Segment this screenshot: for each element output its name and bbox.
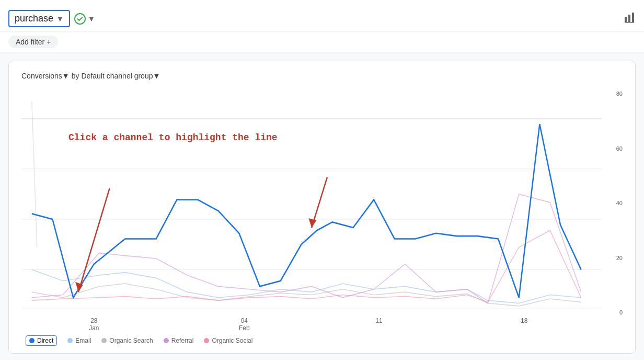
y-label-0: 0 [619,309,623,316]
metric-label: Conversions [21,72,62,80]
purchase-label: purchase [15,13,53,24]
y-label-40: 40 [616,200,623,206]
y-axis-labels: 80 60 40 20 0 [604,91,623,331]
by-label: by [72,72,79,80]
svg-rect-0 [625,17,627,22]
purchase-dropdown-arrow: ▼ [56,15,64,23]
y-label-20: 20 [616,255,623,261]
y-label-80: 80 [616,91,623,97]
add-filter-label: Add filter [16,38,44,46]
svg-text:Feb: Feb [239,324,250,331]
metric-dropdown[interactable]: Conversions ▼ [21,72,70,80]
svg-rect-1 [628,15,630,22]
svg-rect-2 [632,13,634,22]
legend-label-email: Email [75,337,91,344]
top-bar-left: purchase ▼ ▼ [8,10,95,27]
legend-dot-organic-social [204,338,209,343]
svg-text:Jan: Jan [89,324,99,331]
svg-marker-10 [75,282,83,292]
add-filter-button[interactable]: Add filter + [8,36,58,48]
legend-label-organic-search: Organic Search [109,337,153,344]
check-circle-icon [74,13,86,25]
legend-item-referral[interactable]: Referral [164,337,194,344]
legend-label-organic-social: Organic Social [212,337,252,344]
check-icon-group[interactable]: ▼ [74,13,95,25]
legend-item-direct[interactable]: Direct [26,335,57,346]
chart-header: Conversions ▼ by Default channel group ▼ [21,72,623,80]
filter-bar: Add filter + [0,31,644,52]
svg-line-9 [78,188,109,292]
chart-container: Conversions ▼ by Default channel group ▼… [8,61,636,354]
svg-text:18: 18 [521,317,527,325]
chart-type-icon[interactable] [623,12,636,26]
legend-label-referral: Referral [171,337,194,344]
chart-area: Click a channel to highlight the line [21,91,623,331]
legend-dot-organic-search [101,338,107,343]
legend-dot-direct [29,338,34,343]
svg-marker-12 [308,218,316,228]
svg-text:04: 04 [241,317,248,325]
legend-dot-email [67,338,73,343]
legend-label-direct: Direct [37,337,53,344]
top-bar: purchase ▼ ▼ [0,0,644,31]
svg-text:11: 11 [375,317,382,325]
svg-line-11 [312,177,327,228]
dimension-dropdown-arrow: ▼ [153,72,160,80]
check-dropdown-arrow: ▼ [88,15,95,23]
metric-dropdown-arrow: ▼ [62,72,70,80]
legend-item-organic-search[interactable]: Organic Search [101,337,153,344]
add-filter-icon: + [47,38,51,46]
svg-text:28: 28 [90,317,97,325]
legend-dot-referral [164,338,169,343]
dimension-dropdown[interactable]: Default channel group ▼ [81,72,160,80]
dimension-label: Default channel group [81,72,153,80]
legend-item-organic-social[interactable]: Organic Social [204,337,252,344]
annotation-text: Click a channel to highlight the line [68,132,278,143]
chart-svg: 28 Jan 04 Feb 11 18 [21,91,623,331]
legend: Direct Email Organic Search Referral Org… [21,335,623,346]
purchase-dropdown[interactable]: purchase ▼ [8,10,70,27]
y-label-60: 60 [616,145,623,152]
legend-item-email[interactable]: Email [67,337,91,344]
